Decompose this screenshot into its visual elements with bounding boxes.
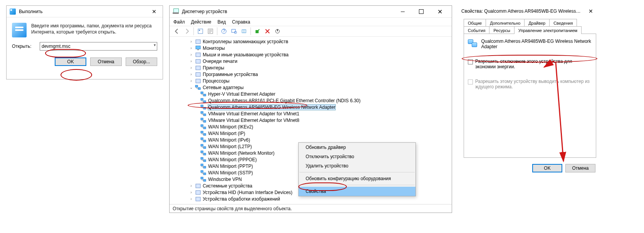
device-icon bbox=[195, 52, 201, 57]
svg-rect-47 bbox=[203, 179, 206, 181]
chevron-right-icon[interactable]: › bbox=[189, 66, 193, 70]
chevron-right-icon[interactable]: › bbox=[189, 46, 193, 50]
menu-help[interactable]: Справка bbox=[232, 19, 250, 25]
properties-icon[interactable] bbox=[206, 27, 215, 35]
tab-resources[interactable]: Ресурсы bbox=[489, 26, 514, 34]
device-group[interactable]: › Очереди печати bbox=[170, 58, 452, 64]
power-icon[interactable] bbox=[273, 27, 282, 35]
open-combobox[interactable] bbox=[40, 42, 157, 51]
tree-label: WAN Miniport (Network Monitor) bbox=[208, 150, 274, 156]
svg-rect-7 bbox=[242, 30, 246, 33]
svg-rect-29 bbox=[203, 120, 206, 122]
adapter-item[interactable]: WAN Miniport (IP) bbox=[170, 130, 452, 137]
menu-view[interactable]: Вид bbox=[217, 19, 226, 25]
browse-button[interactable]: Обзор... bbox=[126, 57, 157, 66]
ok-button[interactable]: OK bbox=[532, 164, 562, 172]
device-group[interactable]: › Устройства обработки изображений bbox=[170, 196, 452, 202]
tab-driver[interactable]: Драйвер bbox=[524, 19, 550, 27]
cm-update-driver[interactable]: Обновить драйвер bbox=[299, 143, 415, 152]
cm-scan-hardware[interactable]: Обновить конфигурацию оборудования bbox=[299, 174, 415, 183]
device-icon bbox=[200, 118, 207, 123]
device-icon bbox=[200, 98, 207, 103]
cancel-button[interactable]: Отмена bbox=[565, 164, 595, 172]
svg-rect-48 bbox=[196, 184, 200, 188]
tab-advanced[interactable]: Дополнительно bbox=[486, 19, 525, 27]
device-icon bbox=[200, 164, 207, 169]
device-icon bbox=[195, 46, 201, 51]
device-group[interactable]: › Мониторы bbox=[170, 45, 452, 51]
tree-label: Системные устройства bbox=[203, 183, 252, 189]
device-icon bbox=[195, 72, 201, 77]
svg-rect-33 bbox=[203, 133, 206, 135]
run-dialog: Выполнить ✕ Введите имя программы, папки… bbox=[6, 5, 163, 79]
tab-events[interactable]: События bbox=[464, 26, 489, 34]
close-icon[interactable]: ✕ bbox=[149, 7, 160, 16]
uninstall-icon[interactable] bbox=[263, 27, 272, 35]
chevron-right-icon[interactable]: › bbox=[189, 39, 193, 44]
help-icon[interactable]: ? bbox=[220, 27, 228, 35]
chevron-down-icon[interactable]: ⌄ bbox=[189, 85, 193, 89]
ok-button[interactable]: OK bbox=[55, 57, 86, 66]
device-group[interactable]: › Принтеры bbox=[170, 64, 452, 71]
adapter-item[interactable]: Hyper-V Virtual Ethernet Adapter bbox=[170, 91, 452, 97]
adapter-item[interactable]: VMware Virtual Ethernet Adapter for VMne… bbox=[170, 117, 452, 123]
back-icon[interactable] bbox=[173, 27, 181, 35]
device-icon bbox=[195, 183, 201, 189]
allow-power-off-checkbox[interactable] bbox=[468, 59, 473, 64]
tree-label: WAN Miniport (L2TP) bbox=[208, 144, 252, 149]
show-hidden-icon[interactable] bbox=[196, 27, 205, 35]
maximize-button[interactable] bbox=[412, 7, 430, 17]
tab-details[interactable]: Сведения bbox=[549, 19, 577, 27]
device-icon bbox=[195, 196, 201, 202]
tree-label: Программные устройства bbox=[203, 72, 258, 77]
enable-icon[interactable] bbox=[253, 27, 262, 35]
run-titlebar[interactable]: Выполнить ✕ bbox=[7, 6, 163, 17]
device-group[interactable]: › Мыши и иные указывающие устройства bbox=[170, 51, 452, 58]
adapter-item[interactable]: Qualcomm Atheros AR9485WB-EG Wireless Ne… bbox=[170, 104, 452, 110]
device-icon bbox=[200, 150, 207, 156]
cm-uninstall-device[interactable]: Удалить устройство bbox=[299, 161, 415, 171]
chevron-right-icon[interactable]: › bbox=[189, 197, 193, 201]
tree-label: VMware Virtual Ethernet Adapter for VMne… bbox=[208, 111, 299, 117]
update-driver-icon[interactable] bbox=[240, 27, 248, 35]
props-titlebar[interactable]: Свойства: Qualcomm Atheros AR9485WB-EG W… bbox=[460, 6, 600, 17]
device-tree[interactable]: › Контроллеры запоминающих устройств› Мо… bbox=[170, 37, 452, 204]
svg-rect-16 bbox=[196, 73, 200, 76]
device-group[interactable]: › Контроллеры запоминающих устройств bbox=[170, 38, 452, 45]
devmgr-titlebar[interactable]: Диспетчер устройств ✕ bbox=[170, 6, 452, 17]
scan-icon[interactable] bbox=[230, 27, 238, 35]
tab-power-management[interactable]: Управление электропитанием bbox=[514, 26, 582, 34]
chevron-right-icon[interactable]: › bbox=[189, 52, 193, 57]
forward-icon[interactable] bbox=[183, 27, 191, 35]
chevron-right-icon[interactable]: › bbox=[189, 184, 193, 188]
chevron-right-icon[interactable]: › bbox=[189, 190, 193, 194]
chevron-right-icon[interactable]: › bbox=[189, 79, 193, 83]
menu-action[interactable]: Действие bbox=[191, 19, 212, 25]
tab-general[interactable]: Общие bbox=[464, 19, 486, 27]
tab-strip: Общие Дополнительно Драйвер Сведения Соб… bbox=[460, 17, 600, 34]
svg-point-9 bbox=[276, 29, 279, 33]
tree-label: Qualcomm Atheros AR8161 PCI-E Gigabit Et… bbox=[208, 98, 361, 103]
chevron-right-icon[interactable]: › bbox=[189, 59, 193, 63]
svg-rect-31 bbox=[203, 127, 206, 129]
device-group[interactable]: › Процессоры bbox=[170, 78, 452, 84]
svg-rect-5 bbox=[232, 29, 235, 32]
adapter-item[interactable]: WAN Miniport (IKEv2) bbox=[170, 123, 452, 130]
svg-rect-19 bbox=[198, 88, 200, 89]
device-icon bbox=[195, 85, 201, 90]
menu-file[interactable]: Файл bbox=[173, 19, 185, 25]
chevron-right-icon[interactable]: › bbox=[189, 72, 193, 76]
svg-point-3 bbox=[222, 29, 226, 34]
tree-label: WAN Miniport (IPv6) bbox=[208, 137, 250, 143]
close-button[interactable]: ✕ bbox=[431, 7, 449, 17]
device-group[interactable]: › Программные устройства bbox=[170, 71, 452, 78]
cancel-button[interactable]: Отмена bbox=[90, 57, 122, 66]
cm-properties[interactable]: Свойства bbox=[299, 187, 415, 196]
adapter-item[interactable]: Qualcomm Atheros AR8161 PCI-E Gigabit Et… bbox=[170, 97, 452, 104]
adapter-item[interactable]: VMware Virtual Ethernet Adapter for VMne… bbox=[170, 110, 452, 117]
device-group[interactable]: ⌄ Сетевые адаптеры bbox=[170, 84, 452, 91]
open-input[interactable] bbox=[40, 42, 157, 51]
cm-disable-device[interactable]: Отключить устройство bbox=[299, 152, 415, 161]
minimize-button[interactable] bbox=[394, 7, 412, 17]
close-icon[interactable]: ✕ bbox=[583, 7, 599, 16]
